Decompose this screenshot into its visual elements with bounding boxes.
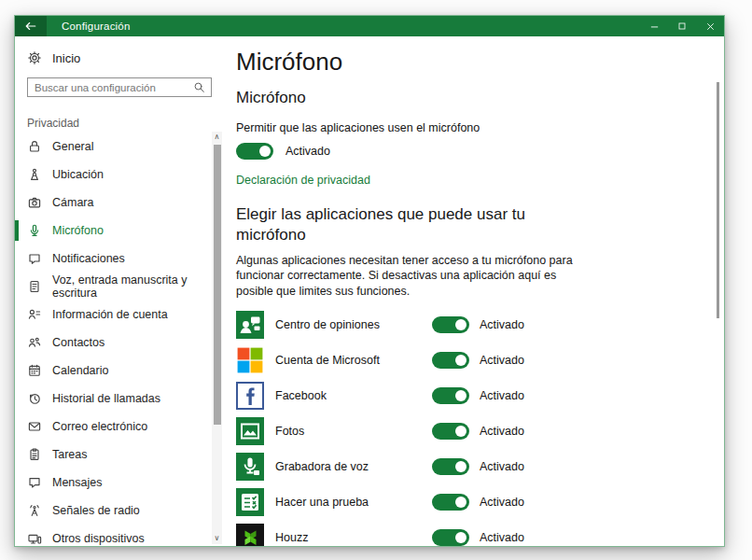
microphone-section-heading: Micrófono xyxy=(236,88,724,107)
back-button[interactable] xyxy=(15,16,47,36)
sidebar-item-label: Notificaciones xyxy=(52,252,125,265)
sidebar-item-label: Cámara xyxy=(52,196,93,209)
sidebar-scrollbar: ∧ ∨ xyxy=(212,132,222,544)
app-row: Hacer una prueba Activado xyxy=(236,484,724,520)
lock-icon xyxy=(27,139,42,154)
search-input[interactable] xyxy=(28,82,193,93)
sidebar-item-label: Otros dispositivos xyxy=(52,532,145,545)
call-history-icon xyxy=(27,391,42,406)
app-toggle[interactable] xyxy=(432,316,469,333)
sidebar-item-camera[interactable]: Cámara xyxy=(15,189,224,217)
sidebar-item-contacts[interactable]: Contactos xyxy=(15,329,224,357)
sidebar-nav-list: General Ubicación Cámara Micrófono Notif… xyxy=(15,133,224,546)
microsoft-account-app-icon xyxy=(236,346,264,374)
sidebar-item-other-devices[interactable]: Otros dispositivos xyxy=(15,525,224,546)
sidebar-item-label: Calendario xyxy=(52,364,108,377)
sidebar-item-home[interactable]: Inicio xyxy=(15,46,224,70)
sidebar-item-tasks[interactable]: Tareas xyxy=(15,441,224,469)
app-toggle[interactable] xyxy=(432,494,469,511)
app-toggle-state: Activado xyxy=(480,354,524,367)
feedback-hub-app-icon xyxy=(236,311,264,339)
sidebar-item-label: Mensajes xyxy=(52,476,103,489)
main-panel: Micrófono Micrófono Permitir que las apl… xyxy=(224,36,724,546)
notifications-icon xyxy=(27,251,42,266)
email-icon xyxy=(27,419,42,434)
sidebar-item-microphone[interactable]: Micrófono xyxy=(15,217,224,245)
app-row: Facebook Activado xyxy=(236,378,724,413)
sidebar-item-radio[interactable]: Señales de radio xyxy=(15,497,224,525)
app-toggle-state: Activado xyxy=(480,389,524,402)
app-toggle-state: Activado xyxy=(480,425,524,438)
main-scrollbar-thumb[interactable] xyxy=(717,82,719,318)
privacy-section-label: Privacidad xyxy=(27,117,212,130)
tasks-icon xyxy=(27,447,42,462)
app-toggle[interactable] xyxy=(432,458,469,475)
photos-app-icon xyxy=(236,417,264,445)
maximize-button[interactable] xyxy=(668,16,696,36)
back-arrow-icon xyxy=(24,20,37,33)
app-row: Houzz Activado xyxy=(236,520,724,546)
sidebar-item-notifications[interactable]: Notificaciones xyxy=(15,245,224,273)
master-toggle-state: Activado xyxy=(285,145,330,158)
apps-section-heading: Elegir las aplicaciones que puede usar t… xyxy=(236,204,558,245)
quiz-app-icon xyxy=(236,488,264,516)
sidebar-item-speech-input[interactable]: Voz, entrada manuscrita y escritura xyxy=(15,273,224,301)
app-toggle-state: Activado xyxy=(480,496,524,509)
app-name: Houzz xyxy=(275,531,432,544)
scrollbar-thumb[interactable] xyxy=(214,145,221,425)
apps-section-description: Algunas aplicaciones necesitan tener acc… xyxy=(236,253,592,300)
sidebar-item-label: Información de cuenta xyxy=(52,308,168,321)
app-row: Grabadora de voz Activado xyxy=(236,449,724,484)
microphone-master-toggle[interactable] xyxy=(236,143,273,160)
messages-icon xyxy=(27,475,42,490)
sidebar-item-lock[interactable]: General xyxy=(15,133,224,161)
houzz-app-icon xyxy=(236,524,264,546)
app-toggle-state: Activado xyxy=(480,531,524,544)
maximize-icon xyxy=(676,21,688,32)
scrollbar-up-arrow[interactable]: ∧ xyxy=(212,132,222,143)
sidebar-item-label: General xyxy=(52,140,93,153)
minimize-button[interactable] xyxy=(640,16,668,36)
page-title: Micrófono xyxy=(236,48,724,81)
app-toggle[interactable] xyxy=(432,423,469,440)
contacts-icon xyxy=(27,335,42,350)
minimize-icon xyxy=(648,21,661,33)
sidebar-item-label: Ubicación xyxy=(52,168,104,181)
sidebar-item-call-history[interactable]: Historial de llamadas xyxy=(15,385,224,413)
sidebar-item-account-info[interactable]: Información de cuenta xyxy=(15,301,224,329)
sidebar-item-label: Correo electrónico xyxy=(52,420,147,433)
location-icon xyxy=(27,167,42,182)
app-toggle[interactable] xyxy=(432,352,469,369)
sidebar: Inicio Privacidad General Ubicación Cáma… xyxy=(15,36,224,546)
sidebar-item-location[interactable]: Ubicación xyxy=(15,161,224,189)
close-button[interactable] xyxy=(696,16,724,36)
sidebar-item-messages[interactable]: Mensajes xyxy=(15,469,224,497)
app-name: Cuenta de Microsoft xyxy=(275,354,432,367)
titlebar: Configuración xyxy=(15,16,724,36)
speech-input-icon xyxy=(27,279,42,294)
app-toggle-state: Activado xyxy=(480,460,524,473)
gear-icon xyxy=(27,50,42,65)
facebook-app-icon xyxy=(236,382,264,410)
sidebar-item-label: Voz, entrada manuscrita y escritura xyxy=(52,273,212,300)
microphone-icon xyxy=(27,223,42,238)
sidebar-item-label: Contactos xyxy=(52,336,104,349)
radio-icon xyxy=(27,503,42,518)
camera-icon xyxy=(27,195,42,210)
app-row: Centro de opiniones Activado xyxy=(236,307,724,343)
app-toggle[interactable] xyxy=(432,387,469,404)
scrollbar-down-arrow[interactable]: ∨ xyxy=(212,533,222,544)
sidebar-item-label: Tareas xyxy=(52,448,88,461)
privacy-statement-link[interactable]: Declaración de privacidad xyxy=(236,174,370,187)
master-toggle-label: Permitir que las aplicaciones usen el mi… xyxy=(236,121,724,134)
sidebar-item-email[interactable]: Correo electrónico xyxy=(15,413,224,441)
app-name: Facebook xyxy=(275,389,432,402)
app-toggle[interactable] xyxy=(432,529,469,546)
search-icon xyxy=(193,81,205,93)
sidebar-item-calendar[interactable]: Calendario xyxy=(15,357,224,385)
window-controls xyxy=(640,16,724,36)
close-icon xyxy=(704,21,717,33)
app-toggle-state: Activado xyxy=(480,318,524,331)
settings-window: Configuración Inicio Privacidad xyxy=(14,15,725,547)
app-row: Fotos Activado xyxy=(236,413,724,449)
